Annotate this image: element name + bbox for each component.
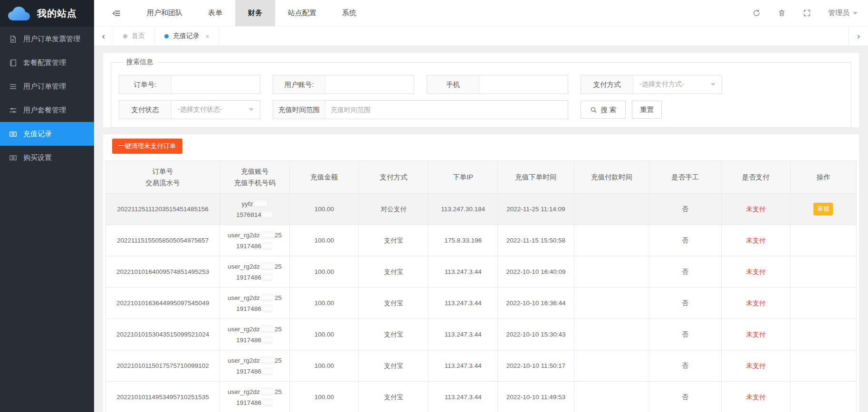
cell-order-ip: 175.8.33.196 [429,225,497,256]
sidebar-item-recharge-records[interactable]: 充值记录 [0,122,94,146]
cell-action [790,288,856,319]
redacted-text [262,336,272,344]
pay-status-placeholder: -选择支付状态- [178,105,222,114]
sidebar-item-user-order-invoice[interactable]: 用户订单发票管理 [0,27,94,51]
cell-pay-status: 未支付 [721,382,790,412]
brand: 我的站点 [0,0,94,27]
fullscreen-icon[interactable] [803,9,811,17]
account-input[interactable] [325,75,414,94]
sidebar-item-purchase-settings[interactable]: 购买设置 [0,146,94,169]
column-header: 下单IP [429,161,497,194]
pay-status-badge: 未支付 [746,331,766,338]
cell-amount: 100.00 [290,350,359,382]
redacted-text [262,305,272,312]
sidebar-item-label: 充值记录 [23,130,52,139]
cloud-logo-icon [7,5,31,21]
reset-button-label: 重置 [640,105,654,114]
cell-account: user_rg2dz251917486 [220,288,290,319]
main-content: 搜索信息 订单号: 用户账号: 手机 支付方式 [94,46,868,412]
cell-amount: 100.00 [290,194,359,225]
search-button[interactable]: 搜 索 [581,101,626,119]
cell-is-manual: 否 [649,382,721,412]
redacted-text [262,242,272,250]
pay-method-label: 支付方式 [581,75,633,94]
cell-pay-status: 未支付 [721,225,790,256]
cell-order-time: 2022-10-10 11:50:17 [497,350,574,382]
tab-home[interactable]: 首页 [113,27,155,46]
topnav-item-label: 站点配置 [288,9,316,18]
table-row: 20221010114953495710251535user_rg2dz2519… [106,382,857,412]
cell-action [790,350,856,382]
topnav-item-users-teams[interactable]: 用户和团队 [134,0,195,26]
cell-action [790,382,856,412]
time-range-input[interactable] [325,101,568,119]
topnav-item-forms[interactable]: 表单 [195,0,235,26]
topnav-item-system[interactable]: 系统 [329,0,369,26]
redacted-text [261,388,274,395]
cell-action [790,225,856,256]
sidebar-item-user-packages[interactable]: 用户套餐管理 [0,98,94,122]
column-header: 充值账号充值手机号码 [220,161,290,194]
records-panel: 一键清理未支付订单 订单号交易流水号充值账号充值手机号码充值金额支付方式下单IP… [103,134,859,412]
sidebar-item-package-config[interactable]: 套餐配置管理 [0,51,94,75]
records-table: 订单号交易流水号充值账号充值手机号码充值金额支付方式下单IP充值下单时间充值付款… [105,160,857,412]
phone-input[interactable] [479,75,568,94]
time-range-group: 充值时间范围 [273,100,568,119]
search-row-2: 支付状态 -选择支付状态- 充值时间范围 搜 [119,100,843,119]
column-header: 是否支付 [721,161,790,194]
topnav-item-finance[interactable]: 财务 [235,0,275,26]
clean-unpaid-button[interactable]: 一键清理未支付订单 [112,139,182,154]
phone-group: 手机 [427,75,568,94]
search-fieldset: 搜索信息 订单号: 用户账号: 手机 支付方式 [111,58,851,128]
cell-pay-time [574,256,649,288]
pay-status-badge: 未支付 [746,300,766,307]
user-menu[interactable]: 管理员 [828,9,858,18]
cell-is-manual: 否 [649,256,721,288]
order-no-label: 订单号: [119,75,172,94]
pay-status-select[interactable]: -选择支付状态- [172,101,260,119]
collapse-sidebar-icon[interactable] [112,9,121,18]
refresh-icon[interactable] [753,9,761,17]
cell-pay-time [574,319,649,350]
table-row: 20221115155058505054975657user_rg2dz2519… [106,225,857,256]
pay-status-badge: 未支付 [746,393,766,401]
order-no-input[interactable] [172,75,260,94]
cell-pay-status: 未支付 [721,194,790,225]
cell-action [790,319,856,350]
table-head: 订单号交易流水号充值账号充值手机号码充值金额支付方式下单IP充值下单时间充值付款… [106,161,857,194]
order-list-icon [9,83,17,91]
cell-is-manual: 否 [649,225,721,256]
sidebar-item-user-orders[interactable]: 用户订单管理 [0,75,94,98]
banknote-icon [9,130,17,138]
sidebar-item-label: 用户订单管理 [23,82,66,91]
audit-button[interactable]: 审核 [813,203,833,215]
open-tabs: 首页充值记录× [113,27,219,46]
cell-pay-status: 未支付 [721,350,790,382]
package-book-icon [9,59,17,67]
cell-amount: 100.00 [290,319,359,350]
close-icon[interactable]: × [205,32,210,40]
cell-is-manual: 否 [649,350,721,382]
cell-account: user_rg2dz251917486 [220,319,290,350]
column-header: 充值付款时间 [574,161,649,194]
cell-pay-method: 支付宝 [359,350,429,382]
reset-button[interactable]: 重置 [632,101,662,119]
topnav-item-site-config[interactable]: 站点配置 [275,0,329,26]
tab-dot-icon [123,34,127,38]
search-row-1: 订单号: 用户账号: 手机 支付方式 -选择支付方式- [119,75,843,94]
pay-method-select[interactable]: -选择支付方式- [633,75,722,94]
cell-order-time: 2022-10-10 16:40:09 [497,256,574,288]
tab-recharge-records[interactable]: 充值记录× [155,27,219,46]
redacted-text [261,262,274,270]
table-row: 20221010115017575710099102user_rg2dz2519… [106,350,857,382]
cell-order-no: 20221125111203515451485156 [106,194,220,225]
trash-icon[interactable] [778,9,786,17]
tabs-scroll-right-icon[interactable]: › [849,27,868,46]
redacted-text [262,367,272,375]
pay-method-group: 支付方式 -选择支付方式- [581,75,722,94]
caret-down-icon [853,12,858,15]
tabs-scroll-left-icon[interactable]: ‹ [94,27,113,46]
cell-order-no: 20221010115017575710099102 [106,350,220,382]
search-legend: 搜索信息 [123,58,157,66]
column-header: 支付方式 [359,161,429,194]
